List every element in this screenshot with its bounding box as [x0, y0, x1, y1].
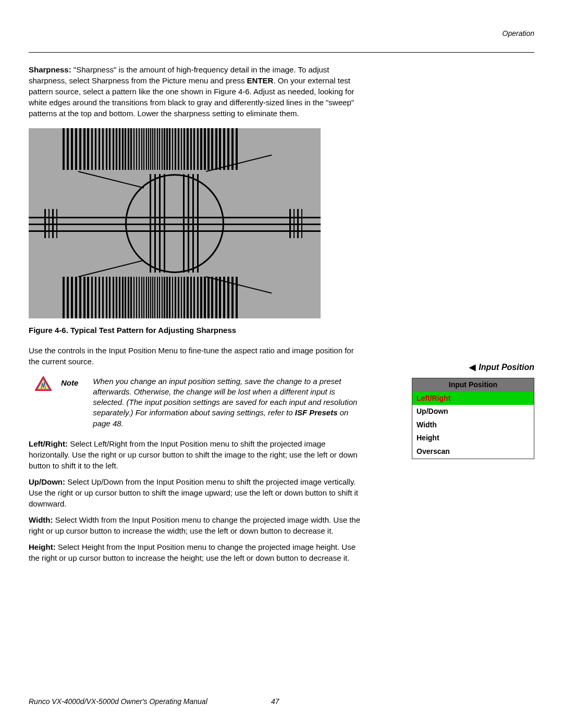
input-position-menu: Input Position Left/Right Up/Down Width … — [412, 378, 534, 459]
menu-item-width[interactable]: Width — [412, 418, 534, 432]
note-text: When you change an input position settin… — [93, 376, 362, 429]
page-number: 47 — [271, 697, 279, 707]
footer-manual: Runco VX-4000d/VX-5000d Owner's Operatin… — [29, 697, 207, 707]
menu-header: Input Position — [412, 378, 534, 392]
left-right-paragraph: Left/Right: Select Left/Right from the I… — [29, 438, 362, 471]
menu-item-up-down[interactable]: Up/Down — [412, 405, 534, 418]
menu-item-overscan[interactable]: Overscan — [412, 445, 534, 459]
note-label: Note — [61, 376, 78, 388]
height-paragraph: Height: Select Height from the Input Pos… — [29, 541, 362, 563]
input-position-intro: Use the controls in the Input Position M… — [29, 345, 362, 367]
up-down-paragraph: Up/Down: Select Up/Down from the Input P… — [29, 476, 362, 509]
width-paragraph: Width: Select Width from the Input Posit… — [29, 514, 362, 536]
warning-icon — [35, 376, 52, 391]
isf-presets: ISF Presets — [295, 408, 338, 417]
menu-item-left-right[interactable]: Left/Right — [412, 392, 534, 405]
enter-key: ENTER — [247, 76, 274, 85]
sharpness-paragraph: Sharpness: "Sharpness" is the amount of … — [29, 64, 362, 119]
sidebar-heading: ◀Input Position — [469, 362, 534, 373]
sharpness-label: Sharpness: — [29, 65, 71, 74]
test-pattern-figure — [29, 128, 321, 318]
arrow-left-icon: ◀ — [469, 362, 475, 373]
figure-caption: Figure 4-6. Typical Test Pattern for Adj… — [29, 325, 362, 336]
note-block: Note When you change an input position s… — [35, 376, 362, 429]
menu-item-height[interactable]: Height — [412, 431, 534, 445]
divider — [29, 52, 534, 53]
header-section: Operation — [29, 29, 534, 39]
